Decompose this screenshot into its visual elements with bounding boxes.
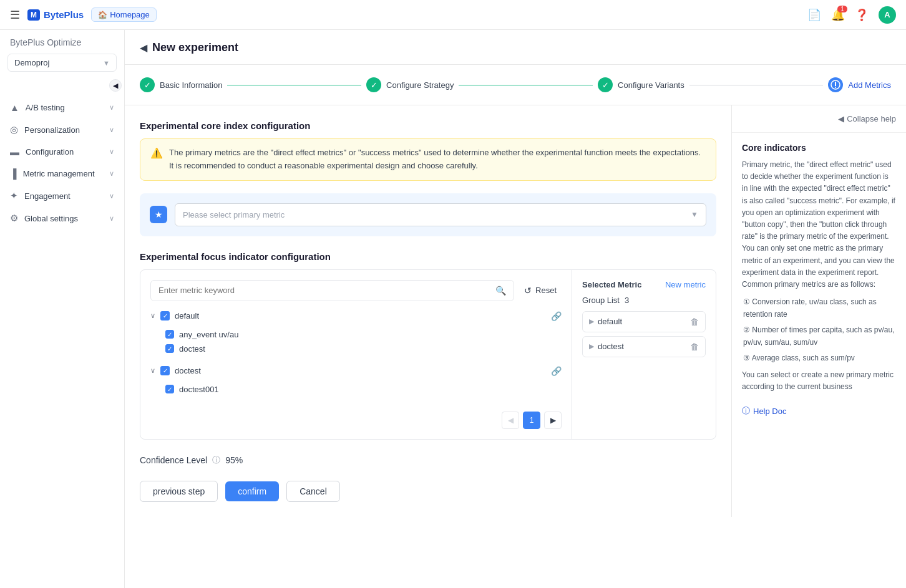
- metric-item-label: doctest: [179, 344, 205, 354]
- page-1-button[interactable]: 1: [523, 412, 540, 429]
- help-doc-link[interactable]: ⓘ Help Doc: [742, 405, 896, 417]
- group-checkbox-doctest[interactable]: ✓: [160, 366, 170, 375]
- focus-metrics-inner: 🔍 ↺ Reset: [140, 270, 716, 439]
- sidebar-item-ab-testing[interactable]: ▲ A/B testing ∨: [0, 97, 124, 118]
- sidebar-item-metric-management[interactable]: ▐ Metric management ∨: [0, 163, 124, 185]
- notification-icon[interactable]: 🔔 1: [831, 8, 845, 22]
- group-name-doctest: doctest: [175, 366, 201, 375]
- collapse-help-button[interactable]: ◀ Collapse help: [732, 105, 906, 133]
- cancel-button[interactable]: Cancel: [286, 481, 340, 502]
- avatar[interactable]: A: [879, 6, 896, 24]
- sidebar-item-personalization[interactable]: ◎ Personalization ∨: [0, 118, 124, 141]
- prev-page-button[interactable]: ◀: [502, 412, 519, 429]
- prev-step-button[interactable]: previous step: [140, 481, 218, 502]
- help-sidebar: ◀ Collapse help Core indicators Primary …: [731, 105, 906, 517]
- nav-chevron-icon: ∨: [109, 214, 114, 223]
- reset-icon: ↺: [524, 286, 532, 296]
- document-icon[interactable]: 📄: [807, 8, 821, 22]
- logo-text: BytePlus: [44, 9, 84, 20]
- group-header-default[interactable]: ∨ ✓ default 🔗: [150, 309, 562, 324]
- delete-icon[interactable]: 🗑: [690, 342, 699, 352]
- metric-items-default: ✓ any_event uv/au ✓ d: [150, 327, 562, 356]
- alert-box: ⚠️ The primary metrics are the "direct e…: [140, 138, 716, 181]
- sidebar-item-global-settings[interactable]: ⚙ Global settings ∨: [0, 207, 124, 229]
- main-content: ◀ New experiment ✓ Basic Information ✓ C…: [125, 30, 906, 588]
- sidebar-item-engagement[interactable]: ✦ Engagement ∨: [0, 185, 124, 207]
- expand-icon: ▶: [589, 317, 594, 325]
- item-checkbox-doctest[interactable]: ✓: [165, 344, 174, 353]
- page-header: ◀ New experiment: [125, 30, 906, 65]
- delete-icon[interactable]: 🗑: [690, 317, 699, 327]
- primary-metric-dropdown[interactable]: Please select primary metric ▼: [175, 203, 706, 226]
- confidence-info-icon[interactable]: ⓘ: [212, 455, 220, 466]
- sidebar-nav: ▲ A/B testing ∨ ◎ Personalization ∨ ▬ Co…: [0, 94, 124, 232]
- help-doc-icon: ⓘ: [742, 405, 750, 417]
- sidebar-toggle-btn[interactable]: ◀: [109, 79, 122, 92]
- sidebar-item-label: Metric management: [23, 169, 95, 178]
- group-header-doctest[interactable]: ∨ ✓ doctest 🔗: [150, 364, 562, 378]
- link-icon[interactable]: 🔗: [551, 311, 562, 321]
- sidebar-item-label: Global settings: [24, 214, 78, 223]
- confirm-button[interactable]: confirm: [225, 481, 279, 501]
- sidebar-item-label: Configuration: [26, 147, 74, 157]
- project-select[interactable]: Demoproj ▼: [7, 54, 117, 72]
- step-connector-3: [689, 85, 824, 85]
- help-list: ① Conversion rate, uv/au class, such as …: [742, 296, 896, 364]
- focus-metrics-section: 🔍 ↺ Reset: [140, 269, 716, 440]
- hamburger-icon[interactable]: ☰: [10, 8, 20, 22]
- selected-group-doctest[interactable]: ▶ doctest 🗑: [582, 336, 706, 357]
- group-label: default: [598, 317, 622, 326]
- pagination: ◀ 1 ▶: [150, 404, 562, 429]
- sidebar-item-configuration[interactable]: ▬ Configuration ∨: [0, 141, 124, 163]
- item-checkbox-doctest001[interactable]: ✓: [165, 385, 174, 393]
- ab-testing-icon: ▲: [10, 102, 19, 113]
- next-page-button[interactable]: ▶: [544, 412, 562, 429]
- help-doc-label: Help Doc: [753, 407, 786, 416]
- new-metric-button[interactable]: New metric: [665, 280, 706, 289]
- group-list-label: Group List: [582, 296, 620, 305]
- nav-chevron-icon: ∨: [109, 104, 114, 112]
- homepage-badge[interactable]: 🏠 Homepage: [91, 7, 157, 22]
- help-list-item-3: ③ Average class, such as sum/pv: [743, 352, 896, 364]
- reset-button[interactable]: ↺ Reset: [519, 282, 562, 299]
- star-icon: ★: [150, 206, 167, 223]
- help-list-item-2: ② Number of times per capita, such as pv…: [743, 324, 896, 349]
- project-name: Demoproj: [14, 58, 49, 67]
- help-icon[interactable]: ❓: [855, 8, 869, 22]
- selected-group-default[interactable]: ▶ default 🗑: [582, 311, 706, 332]
- group-checkbox-default[interactable]: ✓: [160, 311, 170, 321]
- confidence-section: Confidence Level ⓘ 95%: [140, 455, 716, 466]
- engagement-icon: ✦: [10, 190, 18, 201]
- sidebar-item-label: A/B testing: [26, 103, 65, 112]
- collapse-help-label: Collapse help: [847, 114, 896, 123]
- metrics-right-panel: Selected Metric New metric Group List 3: [572, 270, 716, 439]
- sidebar-item-label: Personalization: [24, 125, 80, 135]
- top-nav: ☰ M BytePlus 🏠 Homepage 📄 🔔 1 ❓ A: [0, 0, 906, 30]
- svg-point-2: [835, 87, 836, 88]
- metric-item-label: doctest001: [179, 385, 219, 394]
- help-text-secondary: You can select or create a new primary m…: [742, 369, 896, 393]
- expand-icon: ▶: [589, 342, 594, 350]
- nav-chevron-icon: ∨: [109, 170, 114, 178]
- metric-item-doctest001: ✓ doctest001: [165, 382, 562, 397]
- nav-chevron-icon: ∨: [109, 126, 114, 134]
- step-label-add-metrics: Add Metrics: [848, 80, 891, 90]
- primary-metric-placeholder: Please select primary metric: [183, 210, 285, 219]
- back-arrow-icon[interactable]: ◀: [140, 42, 147, 54]
- nav-chevron-icon: ∨: [109, 192, 114, 200]
- step-icon-basic-info: ✓: [140, 77, 155, 92]
- chevron-down-icon: ▼: [103, 59, 110, 67]
- focus-section-title: Experimental focus indicator configurati…: [140, 251, 716, 262]
- metric-group-default: ∨ ✓ default 🔗: [150, 309, 562, 356]
- app-layout: BytePlus Optimize Demoproj ▼ ◀ ▲ A/B tes…: [0, 30, 906, 588]
- metric-item-any-event: ✓ any_event uv/au: [165, 327, 562, 342]
- sidebar-brand: BytePlus Optimize: [7, 37, 117, 47]
- nav-chevron-icon: ∨: [109, 148, 114, 156]
- search-input[interactable]: [158, 286, 490, 295]
- item-checkbox-any-event[interactable]: ✓: [165, 330, 174, 339]
- selected-metric-header: Selected Metric New metric: [582, 280, 706, 289]
- form-area: Experimental core index configuration ⚠️…: [125, 105, 731, 517]
- group-count: 3: [625, 296, 629, 305]
- logo-mark: M: [27, 9, 40, 21]
- link-icon[interactable]: 🔗: [551, 366, 562, 376]
